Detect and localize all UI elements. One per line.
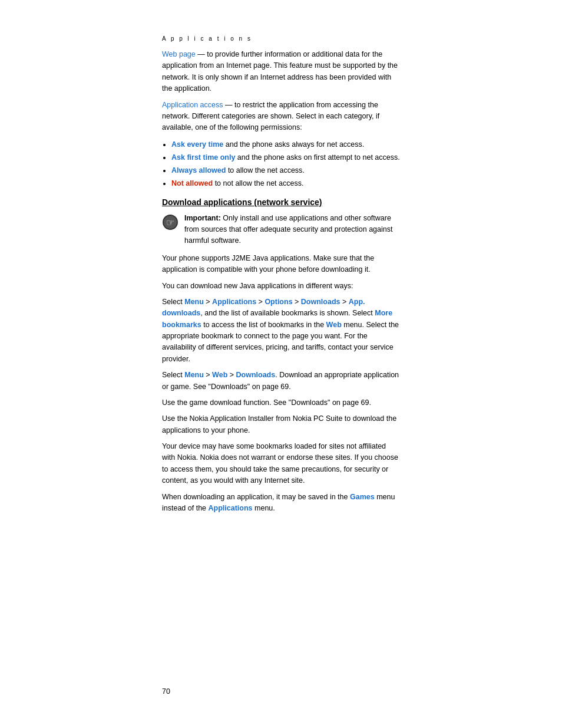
ask-first-time-text: and the phone asks on first attempt to n…: [235, 153, 399, 162]
para2: You can download new Java applications i…: [162, 281, 400, 292]
not-allowed-link[interactable]: Not allowed: [171, 179, 213, 187]
ask-first-time-link[interactable]: Ask first time only: [171, 153, 235, 162]
downloads-link-1[interactable]: Downloads: [301, 298, 340, 306]
applications-link-1[interactable]: Applications: [212, 298, 256, 306]
list-item: Always allowed to allow the net access.: [171, 164, 400, 176]
page: A p p l i c a t i o n s Web page — to pr…: [0, 0, 562, 728]
para7: Your device may have some bookmarks load…: [162, 441, 400, 487]
page-number: 70: [162, 687, 170, 696]
menu-link-2[interactable]: Menu: [184, 371, 204, 379]
important-text: Important: Only install and use applicat…: [184, 213, 400, 247]
ask-every-time-link[interactable]: Ask every time: [171, 140, 223, 149]
para8: When downloading an application, it may …: [162, 492, 400, 515]
ask-every-time-text: and the phone asks always for net access…: [223, 140, 364, 149]
options-link[interactable]: Options: [265, 298, 292, 306]
para3-text: Select: [162, 298, 184, 306]
games-link[interactable]: Games: [350, 493, 375, 501]
para6: Use the Nokia Application Installer from…: [162, 413, 400, 436]
menu-link-1[interactable]: Menu: [184, 298, 204, 306]
always-allowed-link[interactable]: Always allowed: [171, 166, 226, 174]
application-access-para: Application access — to restrict the app…: [162, 100, 400, 134]
permissions-list: Ask every time and the phone asks always…: [171, 139, 400, 189]
application-access-link[interactable]: Application access: [162, 101, 223, 109]
important-box: ☞ Important: Only install and use applic…: [162, 213, 400, 247]
para5: Use the game download function. See "Dow…: [162, 397, 400, 409]
para4: Select Menu > Web > Downloads. Download …: [162, 370, 400, 393]
always-allowed-text: to allow the net access.: [226, 166, 304, 174]
web-link-1[interactable]: Web: [326, 321, 342, 329]
para1: Your phone supports J2ME Java applicatio…: [162, 253, 400, 276]
important-icon: ☞: [162, 214, 178, 230]
web-link-2[interactable]: Web: [212, 371, 227, 379]
list-item: Ask every time and the phone asks always…: [171, 139, 400, 150]
web-page-text: — to provide further information or addi…: [162, 50, 398, 93]
list-item: Not allowed to not allow the net access.: [171, 177, 400, 189]
svg-text:☞: ☞: [166, 218, 174, 228]
not-allowed-text: to not allow the net access.: [213, 179, 303, 187]
important-label: Important:: [184, 214, 221, 222]
web-page-link[interactable]: Web page: [162, 50, 196, 58]
para3: Select Menu > Applications > Options > D…: [162, 297, 400, 365]
list-item: Ask first time only and the phone asks o…: [171, 151, 400, 163]
applications-link-2[interactable]: Applications: [209, 504, 253, 512]
section-heading: A p p l i c a t i o n s: [162, 35, 400, 42]
downloads-link-2[interactable]: Downloads: [236, 371, 276, 379]
download-section-title: Download applications (network service): [162, 197, 400, 207]
web-page-para: Web page — to provide further informatio…: [162, 49, 400, 95]
